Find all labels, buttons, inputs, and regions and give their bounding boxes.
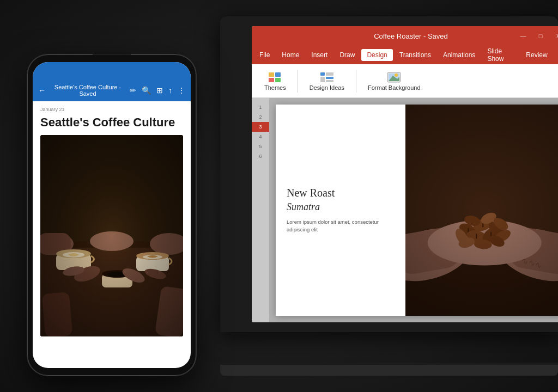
- phone-status-bar: [33, 62, 191, 79]
- format-bg-icon: [386, 71, 402, 83]
- menu-file[interactable]: File: [254, 49, 275, 61]
- phone-share-icon[interactable]: ↑: [167, 85, 173, 96]
- laptop-mockup: Coffee Roaster - Saved — □ ✕ File Home I…: [198, 16, 558, 376]
- themes-icon: [268, 71, 283, 83]
- menu-transitions[interactable]: Transitions: [394, 49, 436, 61]
- themes-label: Themes: [264, 84, 286, 91]
- svg-rect-8: [326, 80, 333, 82]
- phone-pencil-icon[interactable]: ✏: [129, 85, 137, 96]
- format-bg-label: Format Background: [368, 84, 421, 91]
- menu-animations[interactable]: Animations: [438, 49, 481, 61]
- slide-5[interactable]: 5: [252, 142, 269, 151]
- svg-rect-7: [326, 77, 333, 79]
- phone-date: January 21: [40, 107, 183, 112]
- svg-rect-5: [326, 72, 333, 76]
- menu-overflow[interactable]: ···: [554, 50, 558, 60]
- slide-text-area: New Roast Sumatra Lorem ipsum dolor sit …: [276, 105, 405, 316]
- design-ideas-icon: [319, 71, 335, 83]
- menu-design[interactable]: Design: [361, 49, 392, 61]
- slide-panel: 1 2 3 4 5 6: [252, 98, 269, 322]
- phone-doc-title-text: Seattle's Coffee Culture: [40, 115, 183, 130]
- svg-point-12: [395, 74, 398, 77]
- laptop-base: [220, 365, 558, 376]
- svg-rect-2: [269, 78, 274, 82]
- phone-notch: [93, 54, 131, 59]
- ribbon-sep-1: [298, 70, 298, 93]
- slide-6[interactable]: 6: [252, 151, 269, 161]
- menu-slideshow[interactable]: Slide Show: [482, 45, 519, 65]
- menu-draw[interactable]: Draw: [334, 49, 360, 61]
- menu-insert[interactable]: Insert: [306, 49, 333, 61]
- slide-heading: New Roast: [287, 187, 395, 199]
- ppt-menubar: File Home Insert Draw Design Transitions…: [252, 46, 558, 64]
- phone-grid-icon[interactable]: ⊞: [155, 85, 164, 96]
- close-button[interactable]: ✕: [550, 30, 558, 41]
- phone-bezel: ← Seattle's Coffee Culture - Saved ✏ 🔍 ⊞…: [27, 54, 196, 376]
- maximize-button[interactable]: □: [533, 30, 548, 41]
- phone-title-bar: ← Seattle's Coffee Culture - Saved ✏ 🔍 ⊞…: [33, 79, 191, 101]
- format-bg-button[interactable]: Format Background: [361, 68, 428, 95]
- phone-back-icon[interactable]: ←: [37, 85, 47, 96]
- svg-rect-1: [275, 72, 281, 77]
- ribbon-sep-2: [356, 70, 356, 93]
- svg-rect-67: [40, 135, 183, 336]
- phone-search-icon[interactable]: 🔍: [141, 85, 152, 96]
- phone-doc-image: [40, 135, 183, 336]
- themes-button[interactable]: Themes: [257, 68, 293, 95]
- ppt-workspace: 1 2 3 4 5 6 New Roast Sumatra: [252, 98, 558, 322]
- phone-doc-title-bar: Seattle's Coffee Culture - Saved: [50, 84, 125, 97]
- svg-rect-39: [405, 105, 558, 316]
- slide-4[interactable]: 4: [252, 132, 269, 142]
- svg-rect-6: [320, 77, 325, 82]
- menu-home[interactable]: Home: [276, 49, 305, 61]
- design-ideas-button[interactable]: Design Ideas: [302, 68, 351, 95]
- slide-1[interactable]: 1: [252, 102, 269, 112]
- ppt-titlebar: Coffee Roaster - Saved — □ ✕: [252, 26, 558, 46]
- window-controls: — □ ✕: [515, 30, 558, 41]
- svg-rect-4: [320, 72, 325, 76]
- slide-image-area: ∿∿∿: [405, 105, 558, 316]
- coffee-beans-image: ∿∿∿: [405, 105, 558, 316]
- slide-subheading: Sumatra: [287, 201, 395, 213]
- svg-rect-3: [275, 78, 281, 82]
- svg-rect-0: [269, 72, 274, 77]
- ppt-title: Coffee Roaster - Saved: [374, 32, 448, 40]
- menu-review[interactable]: Review: [520, 49, 553, 61]
- phone-doc-content: January 21 Seattle's Coffee Culture: [33, 101, 191, 342]
- scene: Coffee Roaster - Saved — □ ✕ File Home I…: [0, 0, 558, 392]
- phone-more-icon[interactable]: ⋮: [177, 85, 186, 96]
- ppt-ribbon: Themes Desig: [252, 64, 558, 98]
- phone-mockup: ← Seattle's Coffee Culture - Saved ✏ 🔍 ⊞…: [27, 54, 196, 376]
- phone-screen: ← Seattle's Coffee Culture - Saved ✏ 🔍 ⊞…: [33, 62, 191, 368]
- minimize-button[interactable]: —: [515, 30, 531, 41]
- coffee-shop-photo: [40, 135, 183, 336]
- slide-body-text: Lorem ipsum dolor sit amet, consectetur …: [287, 219, 379, 232]
- slide-2[interactable]: 2: [252, 112, 269, 122]
- laptop-bezel: Coffee Roaster - Saved — □ ✕ File Home I…: [220, 16, 558, 332]
- slide-3-active[interactable]: 3: [252, 122, 269, 132]
- slide-canvas: New Roast Sumatra Lorem ipsum dolor sit …: [276, 105, 558, 316]
- slide-main: New Roast Sumatra Lorem ipsum dolor sit …: [269, 98, 558, 322]
- slide-body: Lorem ipsum dolor sit amet, consectetur …: [287, 218, 395, 234]
- laptop-screen: Coffee Roaster - Saved — □ ✕ File Home I…: [252, 26, 558, 322]
- design-ideas-label: Design Ideas: [310, 84, 344, 91]
